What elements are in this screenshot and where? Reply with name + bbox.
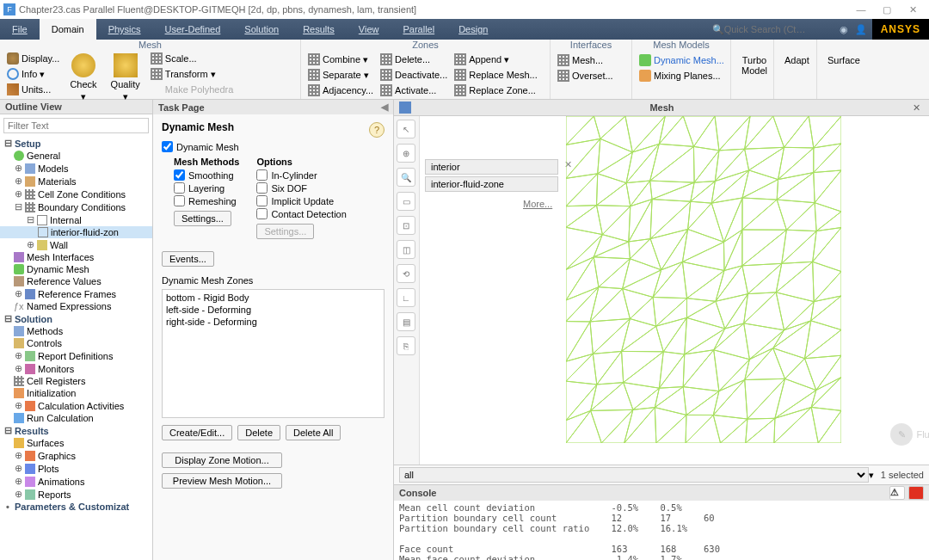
tree-materials[interactable]: ⊕Materials	[0, 175, 152, 188]
tree-monitors[interactable]: ⊕Monitors	[0, 362, 152, 375]
rotate-tool[interactable]: ⟲	[397, 264, 415, 283]
interfaces-mesh-button[interactable]: Mesh...	[556, 53, 615, 67]
dynamic-mesh-ribbon-button[interactable]: Dynamic Mesh...	[637, 53, 726, 67]
tree-plots[interactable]: ⊕Plots	[0, 462, 152, 475]
remeshing-checkbox[interactable]	[174, 195, 185, 206]
implicit-update-checkbox[interactable]	[256, 195, 268, 206]
zoom-tool[interactable]: 🔍	[397, 168, 415, 187]
probe-tool[interactable]: ⊕	[397, 144, 415, 163]
zones-listbox[interactable]: bottom - Rigid Body left-side - Deformin…	[162, 289, 385, 418]
mixing-planes-button[interactable]: Mixing Planes...	[637, 69, 726, 83]
tree-named-expr[interactable]: ƒxNamed Expressions	[0, 300, 152, 312]
menu-solution[interactable]: Solution	[232, 19, 291, 40]
more-link[interactable]: More...	[523, 199, 552, 209]
menu-parallel[interactable]: Parallel	[391, 19, 446, 40]
separate-button[interactable]: Separate ▾	[306, 68, 375, 82]
tree-surfaces[interactable]: Surfaces	[0, 437, 152, 449]
tree-run-calc[interactable]: Run Calculation	[0, 412, 152, 424]
tree-interior-fluid[interactable]: interior-fluid-zon	[0, 226, 152, 238]
fit-tool[interactable]: ⊡	[397, 216, 415, 235]
tree-models[interactable]: ⊕Models	[0, 162, 152, 175]
help-icon[interactable]: ◉	[840, 24, 848, 35]
menu-domain[interactable]: Domain	[40, 19, 96, 40]
contact-detection-checkbox[interactable]	[256, 208, 268, 219]
deactivate-button[interactable]: Deactivate...	[378, 68, 449, 82]
preview-mesh-motion-button[interactable]: Preview Mesh Motion...	[162, 473, 282, 489]
make-polyhedra-button[interactable]: Make Polyhedra	[149, 83, 236, 96]
console-warn-icon[interactable]: ⚠	[889, 486, 905, 500]
mesh-canvas[interactable]: interior interior-fluid-zone ✕ More... ✎…	[420, 116, 929, 465]
menu-physics[interactable]: Physics	[96, 19, 153, 40]
tree-animations[interactable]: ⊕Animations	[0, 475, 152, 488]
delete-all-button[interactable]: Delete All	[286, 425, 341, 440]
tree-wall[interactable]: ⊕Wall	[0, 238, 152, 251]
close-window-button[interactable]: ✕	[900, 4, 926, 15]
view-tool[interactable]: ◫	[397, 240, 415, 259]
outline-filter-input[interactable]	[3, 118, 149, 133]
copy-tool[interactable]: ⎘	[397, 336, 415, 355]
console-stop-icon[interactable]	[908, 486, 924, 500]
tree-report-def[interactable]: ⊕Report Definitions	[0, 349, 152, 362]
tree-cell-zone[interactable]: ⊕Cell Zone Conditions	[0, 188, 152, 200]
views-tool[interactable]: ▤	[397, 312, 415, 331]
surface-button[interactable]: Surface	[822, 53, 865, 67]
task-page-collapse[interactable]: ◀	[381, 102, 388, 113]
menu-file[interactable]: File	[0, 19, 40, 40]
adapt-button[interactable]: Adapt	[779, 53, 815, 67]
in-cylinder-checkbox[interactable]	[256, 169, 268, 181]
tree-cell-registers[interactable]: Cell Registers	[0, 375, 152, 387]
tree-mesh-interfaces[interactable]: Mesh Interfaces	[0, 251, 152, 263]
layering-checkbox[interactable]	[174, 182, 185, 194]
selection-tag[interactable]: interior-fluid-zone	[425, 176, 558, 192]
tree-dynamic-mesh[interactable]: Dynamic Mesh	[0, 263, 152, 275]
replace-zone-button[interactable]: Replace Zone...	[452, 83, 538, 97]
transform-button[interactable]: Transform ▾	[149, 67, 236, 81]
tree-ref-frames[interactable]: ⊕Reference Frames	[0, 287, 152, 300]
scale-button[interactable]: Scale...	[149, 52, 236, 65]
turbo-model-button[interactable]: Turbo Model	[736, 53, 772, 77]
maximize-button[interactable]: ▢	[874, 4, 900, 15]
tree-ref-values[interactable]: Reference Values	[0, 275, 152, 287]
tree-params[interactable]: •Parameters & Customizat	[0, 501, 152, 513]
menu-results[interactable]: Results	[291, 19, 347, 40]
pointer-tool[interactable]: ↖	[397, 120, 415, 138]
menu-view[interactable]: View	[347, 19, 391, 40]
replace-mesh-button[interactable]: Replace Mesh...	[452, 68, 538, 82]
append-button[interactable]: Append ▾	[452, 52, 538, 66]
overset-button[interactable]: Overset...	[556, 69, 615, 83]
display-zone-motion-button[interactable]: Display Zone Motion...	[162, 452, 282, 468]
units-button[interactable]: Units...	[5, 83, 61, 96]
combine-button[interactable]: Combine ▾	[306, 52, 375, 66]
zone-filter-select[interactable]: all	[399, 467, 869, 483]
tree-results[interactable]: ⊟Results	[0, 424, 152, 437]
quick-search[interactable]: 🔍	[705, 19, 834, 40]
console-output[interactable]: Mean cell count deviation -0.5% 0.5% Par…	[394, 501, 929, 560]
zone-item[interactable]: right-side - Deforming	[164, 316, 382, 328]
outline-tree[interactable]: ⊟Setup General ⊕Models ⊕Materials ⊕Cell …	[0, 137, 152, 560]
dynamic-mesh-checkbox[interactable]	[162, 141, 173, 152]
adjacency-button[interactable]: Adjacency...	[306, 83, 375, 97]
delete-zone-button[interactable]: Delete...	[378, 52, 449, 66]
activate-button[interactable]: Activate...	[378, 83, 449, 97]
options-settings-button[interactable]: Settings...	[256, 224, 314, 239]
select-tool[interactable]: ▭	[397, 192, 415, 211]
dropdown-icon[interactable]: ▾	[869, 470, 874, 481]
menu-user-defined[interactable]: User-Defined	[153, 19, 233, 40]
tree-setup[interactable]: ⊟Setup	[0, 137, 152, 150]
quick-search-input[interactable]	[724, 24, 827, 34]
tree-methods[interactable]: Methods	[0, 325, 152, 337]
tree-graphics[interactable]: ⊕Graphics	[0, 449, 152, 462]
tree-general[interactable]: General	[0, 150, 152, 162]
info-button[interactable]: Info ▾	[5, 67, 61, 81]
menu-design[interactable]: Design	[446, 19, 500, 40]
six-dof-checkbox[interactable]	[256, 182, 268, 194]
check-button[interactable]: Check ▾	[65, 52, 102, 104]
tree-controls[interactable]: Controls	[0, 337, 152, 349]
delete-button[interactable]: Delete	[237, 425, 280, 440]
minimize-button[interactable]: —	[848, 4, 874, 15]
tree-boundary[interactable]: ⊟Boundary Conditions	[0, 200, 152, 213]
display-button[interactable]: Display...	[5, 52, 61, 65]
user-icon[interactable]: 👤	[855, 24, 867, 35]
graphics-close-button[interactable]: ✕	[909, 102, 924, 114]
tree-initialization[interactable]: Initialization	[0, 387, 152, 399]
